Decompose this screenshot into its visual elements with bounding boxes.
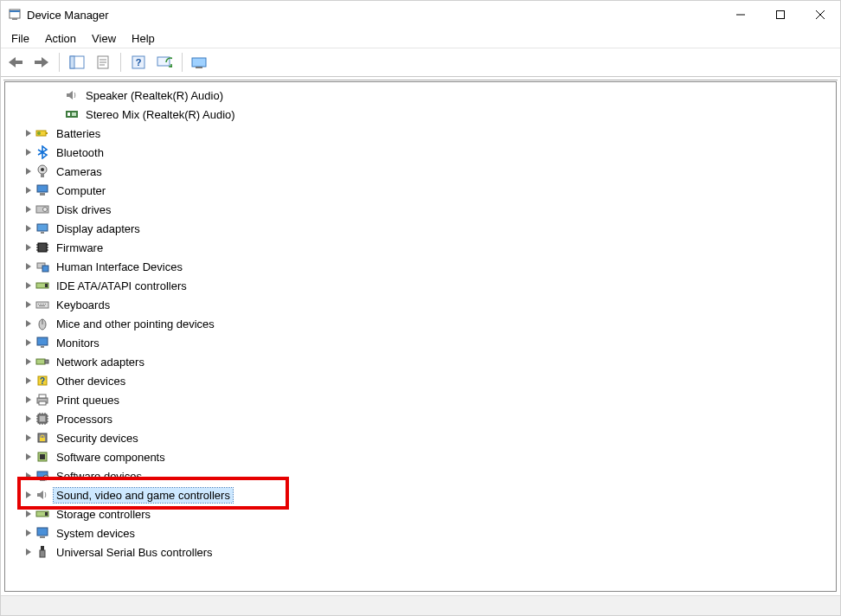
minimize-button[interactable] <box>721 1 761 29</box>
svg-rect-86 <box>45 512 48 516</box>
disk-drive-icon <box>35 202 50 217</box>
back-button[interactable] <box>4 51 27 74</box>
svg-text:?: ? <box>40 376 45 386</box>
window: Device Manager File Action View Help <box>0 0 841 616</box>
tree-category-usb[interactable]: Universal Serial Bus controllers <box>5 542 836 561</box>
tree-category-firmware[interactable]: Firmware <box>5 238 836 257</box>
svg-rect-2 <box>12 18 17 20</box>
expand-icon[interactable] <box>22 130 35 137</box>
expand-icon[interactable] <box>22 206 35 213</box>
svg-rect-29 <box>37 185 48 192</box>
tree-category-display[interactable]: Display adapters <box>5 219 836 238</box>
tree-category-sysdevices[interactable]: System devices <box>5 523 836 542</box>
tree-item-label: Security devices <box>54 431 141 446</box>
tree-item-label: Disk drives <box>54 202 114 217</box>
software-components-icon <box>35 449 50 465</box>
expand-icon[interactable] <box>22 549 35 555</box>
other-device-icon: ? <box>35 373 50 388</box>
expand-icon[interactable] <box>22 244 35 251</box>
expand-icon[interactable] <box>22 320 35 327</box>
expand-icon[interactable] <box>22 339 35 346</box>
tree-category-security[interactable]: Security devices <box>5 428 836 447</box>
toolbar-separator <box>182 53 183 72</box>
tree-category-swcomponents[interactable]: Software components <box>5 447 836 466</box>
tree-category-bluetooth[interactable]: Bluetooth <box>5 143 836 162</box>
svg-rect-56 <box>41 346 44 348</box>
help-button[interactable]: ? <box>127 51 150 74</box>
expand-icon[interactable] <box>22 263 35 270</box>
menubar: File Action View Help <box>1 29 840 48</box>
tree-item-label: Other devices <box>54 374 128 388</box>
tree-category-mice[interactable]: Mice and other pointing devices <box>5 314 836 333</box>
device-tree-scroll[interactable]: Speaker (Realtek(R) Audio) Stereo Mix (R… <box>4 81 837 592</box>
tree-category-computer[interactable]: Computer <box>5 181 836 200</box>
svg-rect-47 <box>38 304 39 305</box>
menu-help[interactable]: Help <box>125 30 162 47</box>
menu-file[interactable]: File <box>4 30 36 47</box>
expand-icon[interactable] <box>22 301 35 308</box>
maximize-button[interactable] <box>761 1 800 29</box>
tree-category-swdevices[interactable]: Software devices <box>5 466 836 485</box>
forward-button[interactable] <box>30 51 53 74</box>
expand-icon[interactable] <box>22 491 35 498</box>
show-hide-console-tree-button[interactable] <box>66 51 88 74</box>
expand-icon[interactable] <box>22 415 35 422</box>
monitor-icon <box>35 335 50 350</box>
toolbar-separator <box>59 53 60 72</box>
expand-icon[interactable] <box>22 396 35 403</box>
svg-rect-55 <box>37 337 48 345</box>
svg-rect-89 <box>41 546 44 550</box>
expand-icon[interactable] <box>22 358 35 365</box>
close-button[interactable] <box>800 1 840 29</box>
expand-icon[interactable] <box>22 529 35 536</box>
svg-rect-34 <box>41 232 44 234</box>
expand-icon[interactable] <box>22 282 35 289</box>
svg-rect-49 <box>42 304 42 305</box>
security-device-icon <box>35 430 50 446</box>
tree-category-processors[interactable]: Processors <box>5 409 836 428</box>
tree-category-keyboards[interactable]: Keyboards <box>5 295 836 314</box>
tree-category-hid[interactable]: Human Interface Devices <box>5 257 836 276</box>
expand-icon[interactable] <box>22 453 35 460</box>
expand-icon[interactable] <box>22 510 35 517</box>
tree-category-sound[interactable]: Sound, video and game controllers <box>5 485 836 504</box>
scan-hardware-button[interactable] <box>153 51 176 74</box>
tree-item-speaker[interactable]: Speaker (Realtek(R) Audio) <box>5 86 836 105</box>
tree-item-label: Computer <box>54 183 108 198</box>
ide-controller-icon <box>35 278 50 293</box>
tree-item-label: Bluetooth <box>54 145 106 160</box>
network-adapter-icon <box>35 354 50 369</box>
properties-button[interactable] <box>92 51 114 74</box>
toolbar-separator <box>120 53 121 72</box>
tree-category-diskdrives[interactable]: Disk drives <box>5 200 836 219</box>
tree-category-printqueues[interactable]: Print queues <box>5 390 836 409</box>
printer-icon <box>35 392 50 407</box>
expand-icon[interactable] <box>22 225 35 232</box>
expand-icon[interactable] <box>22 472 35 479</box>
tree-item-label: Software devices <box>54 469 144 484</box>
statusbar <box>1 595 840 615</box>
expand-icon[interactable] <box>22 187 35 194</box>
svg-rect-28 <box>41 174 44 177</box>
add-legacy-hardware-button[interactable] <box>189 51 211 74</box>
tree-item-stereomix[interactable]: Stereo Mix (Realtek(R) Audio) <box>5 105 836 124</box>
tree-category-batteries[interactable]: Batteries <box>5 124 836 143</box>
tree-category-cameras[interactable]: Cameras <box>5 162 836 181</box>
storage-controller-icon <box>35 506 50 522</box>
tree-category-network[interactable]: Network adapters <box>5 352 836 371</box>
tree-category-ide[interactable]: IDE ATA/ATAPI controllers <box>5 276 836 295</box>
expand-icon[interactable] <box>22 149 35 156</box>
svg-rect-81 <box>40 454 45 459</box>
expand-icon[interactable] <box>22 434 35 441</box>
tree-category-other[interactable]: ? Other devices <box>5 371 836 390</box>
battery-icon <box>35 125 50 141</box>
software-devices-icon <box>35 468 50 484</box>
menu-view[interactable]: View <box>85 30 123 47</box>
expand-icon[interactable] <box>22 168 35 175</box>
toolbar: ? <box>1 48 840 77</box>
tree-category-storage[interactable]: Storage controllers <box>5 504 836 523</box>
tree-category-monitors[interactable]: Monitors <box>5 333 836 352</box>
menu-action[interactable]: Action <box>38 30 83 47</box>
svg-rect-51 <box>45 304 46 305</box>
expand-icon[interactable] <box>22 377 35 384</box>
